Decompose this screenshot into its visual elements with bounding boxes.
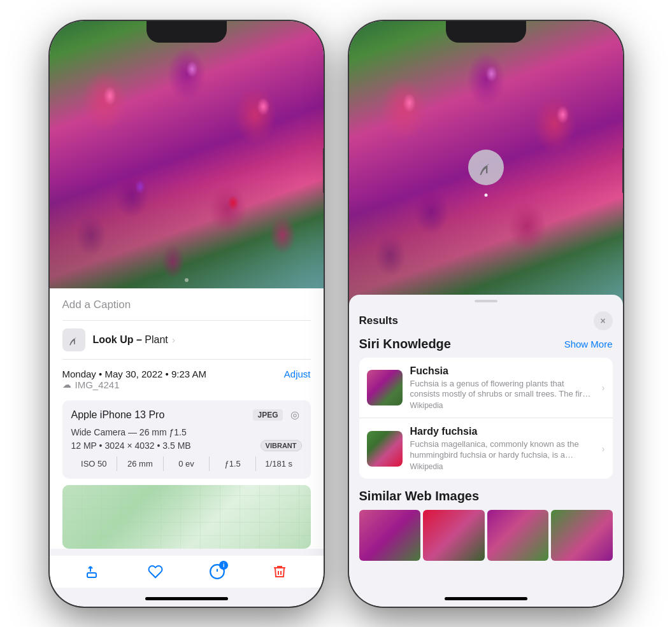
lookup-text: Look Up – Plant ›	[93, 334, 175, 346]
hardy-desc: Fuchsia magellanica, commonly known as t…	[410, 439, 594, 461]
resolution-row: 12 MP • 3024 × 4032 • 3.5 MB VIBRANT	[71, 440, 302, 451]
filename: IMG_4241	[75, 379, 120, 390]
info-button[interactable]: i	[208, 562, 227, 581]
cloud-icon: ☁	[62, 379, 71, 390]
resolution-text: 12 MP • 3024 × 4032 • 3.5 MB	[71, 440, 191, 451]
lookup-row[interactable]: Look Up – Plant ›	[62, 321, 311, 360]
results-title: Results	[359, 314, 398, 327]
home-indicator-right	[445, 597, 527, 600]
hardy-chevron-icon: ›	[602, 444, 605, 454]
map-preview[interactable]	[62, 485, 311, 549]
camera-model: Apple iPhone 13 Pro	[71, 409, 165, 421]
visual-lookup-button[interactable]	[468, 150, 504, 185]
hardy-thumbnail	[367, 431, 403, 467]
visual-lookup-icon	[62, 328, 85, 351]
adjust-button[interactable]: Adjust	[284, 369, 311, 379]
similar-section: Similar Web Images	[359, 489, 613, 561]
date-info: Monday • May 30, 2022 • 9:23 AM ☁ IMG_42…	[62, 369, 206, 398]
fuchsia-thumbnail	[367, 370, 403, 405]
lookup-label: Look Up –	[93, 334, 142, 345]
exif-row: ISO 50 26 mm 0 ev ƒ1.5 1/181 s	[71, 456, 302, 471]
page-dot	[185, 278, 189, 282]
camera-spec: Wide Camera — 26 mm ƒ1.5	[71, 427, 302, 437]
date-row: Monday • May 30, 2022 • 9:23 AM ☁ IMG_42…	[62, 360, 311, 400]
delete-button[interactable]	[270, 562, 289, 581]
similar-img-3[interactable]	[487, 510, 549, 561]
hardy-title: Hardy fuchsia	[410, 426, 594, 437]
camera-model-row: Apple iPhone 13 Pro JPEG ◎	[71, 408, 302, 422]
similar-title: Similar Web Images	[359, 489, 613, 504]
exif-shutter: 1/181 s	[256, 456, 302, 471]
knowledge-card: Fuchsia Fuchsia is a genus of flowering …	[359, 358, 613, 479]
home-indicator-left	[145, 597, 228, 600]
left-screen: Add a Caption Look Up – Plant ›	[50, 21, 324, 607]
right-screen: Results × Siri Knowledge Show More Fuchs…	[349, 21, 623, 607]
date-text: Monday • May 30, 2022 • 9:23 AM	[62, 369, 206, 379]
caption-field[interactable]: Add a Caption	[62, 288, 311, 321]
exif-iso: ISO 50	[71, 456, 118, 471]
lookup-subject: Plant	[145, 334, 168, 345]
knowledge-item-fuchsia[interactable]: Fuchsia Fuchsia is a genus of flowering …	[359, 358, 613, 419]
similar-images-row	[359, 510, 613, 561]
close-button[interactable]: ×	[594, 311, 613, 330]
exif-focal: 26 mm	[117, 456, 164, 471]
results-sheet: Results × Siri Knowledge Show More Fuchs…	[349, 295, 623, 607]
results-header: Results ×	[359, 302, 613, 337]
fuchsia-chevron-icon: ›	[602, 383, 605, 393]
fuchsia-content: Fuchsia Fuchsia is a genus of flowering …	[410, 365, 594, 411]
info-area: Add a Caption Look Up – Plant ›	[50, 288, 324, 549]
exif-aperture: ƒ1.5	[210, 456, 256, 471]
flower-photo-right[interactable]	[349, 21, 623, 314]
left-phone: Add a Caption Look Up – Plant ›	[50, 21, 324, 607]
geo-icon: ◎	[288, 408, 302, 422]
caption-placeholder: Add a Caption	[62, 299, 131, 311]
siri-knowledge-header: Siri Knowledge Show More	[359, 337, 613, 351]
fuchsia-desc: Fuchsia is a genus of flowering plants t…	[410, 379, 594, 400]
hardy-source: Wikipedia	[410, 462, 594, 471]
camera-info-box: Apple iPhone 13 Pro JPEG ◎ Wide Camera —…	[62, 400, 311, 479]
siri-knowledge-title: Siri Knowledge	[359, 337, 451, 351]
visual-lookup-dot	[484, 194, 487, 197]
share-button[interactable]	[83, 562, 103, 581]
toolbar: i	[50, 556, 324, 588]
like-button[interactable]	[146, 562, 165, 581]
similar-img-2[interactable]	[423, 510, 485, 561]
svg-rect-0	[87, 573, 96, 577]
similar-img-1[interactable]	[359, 510, 421, 561]
hardy-content: Hardy fuchsia Fuchsia magellanica, commo…	[410, 426, 594, 471]
right-phone: Results × Siri Knowledge Show More Fuchs…	[349, 21, 623, 607]
knowledge-item-hardy[interactable]: Hardy fuchsia Fuchsia magellanica, commo…	[359, 418, 613, 479]
close-icon: ×	[600, 316, 605, 326]
vibrant-badge: VIBRANT	[261, 440, 302, 451]
exif-ev: 0 ev	[164, 456, 210, 471]
fuchsia-title: Fuchsia	[410, 365, 594, 377]
fuchsia-source: Wikipedia	[410, 401, 594, 410]
filename-row: ☁ IMG_4241	[62, 379, 206, 398]
phone-notch-left	[147, 21, 227, 43]
lookup-chevron-icon: ›	[172, 335, 175, 345]
similar-img-4[interactable]	[551, 510, 613, 561]
info-badge-dot: i	[219, 561, 228, 570]
show-more-button[interactable]: Show More	[564, 339, 613, 349]
jpeg-badge: JPEG	[253, 409, 282, 421]
flower-photo-left[interactable]	[50, 21, 324, 288]
phone-notch-right	[446, 21, 526, 43]
